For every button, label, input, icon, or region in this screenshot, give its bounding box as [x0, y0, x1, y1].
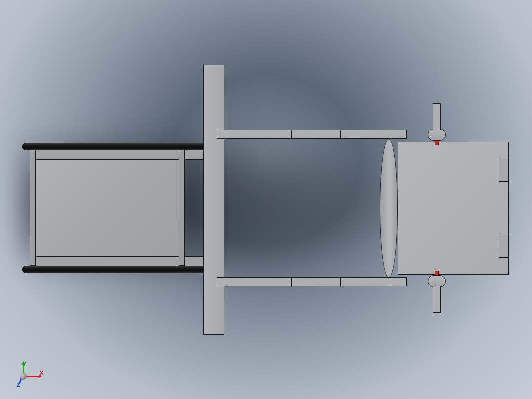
right-block	[398, 142, 509, 275]
left-block-ledge-bottom	[36, 256, 180, 266]
hinge-knuckle-top	[428, 129, 446, 141]
pin-top	[433, 104, 441, 130]
left-block-ledge-top	[36, 150, 180, 160]
right-tab-bottom	[499, 235, 509, 258]
wheel-disc	[380, 139, 398, 278]
y-axis-label: Y	[23, 361, 26, 367]
x-axis-icon	[27, 376, 39, 378]
x-axis-label: X	[40, 370, 44, 376]
z-axis-label: Z	[17, 382, 20, 388]
rail-top	[22, 143, 218, 150]
left-post-1	[30, 150, 36, 266]
arm-lower	[217, 278, 407, 286]
arm-upper	[217, 130, 407, 139]
red-insert-top	[435, 140, 439, 146]
triad-origin-icon	[20, 373, 27, 380]
vertical-plate	[204, 65, 224, 335]
pin-bottom	[433, 286, 441, 313]
coordinate-triad[interactable]: X Y Z	[14, 361, 50, 387]
right-tab-top	[499, 159, 509, 182]
left-post-2	[179, 150, 185, 266]
rail-bottom	[22, 266, 218, 274]
cad-viewport[interactable]	[0, 0, 532, 399]
mid-connector-top	[185, 150, 205, 160]
left-block	[36, 150, 180, 266]
mid-connector-bottom	[185, 256, 205, 266]
